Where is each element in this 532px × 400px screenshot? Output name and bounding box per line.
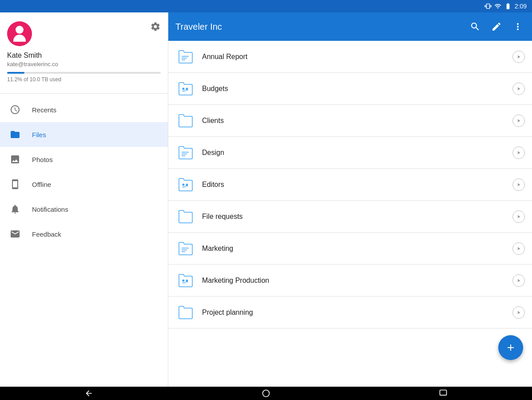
file-item-design[interactable]: Design	[168, 137, 532, 169]
svg-rect-2	[182, 59, 185, 60]
file-item-clients[interactable]: Clients	[168, 105, 532, 137]
chevron-budgets[interactable]	[512, 83, 525, 95]
folder-project-planning-icon	[175, 303, 195, 322]
folder-icon	[9, 128, 21, 141]
battery-icon	[504, 3, 512, 10]
file-name-clients: Clients	[202, 117, 512, 125]
svg-rect-0	[182, 56, 189, 57]
sidebar-recents-label: Recents	[32, 106, 56, 114]
storage-text: 11.2% of 10.0 TB used	[7, 76, 161, 83]
file-name-marketing: Marketing	[202, 245, 512, 253]
svg-point-14	[186, 279, 188, 281]
svg-point-4	[186, 87, 188, 90]
file-name-project-planning: Project planning	[202, 309, 512, 317]
file-name-design: Design	[202, 149, 512, 157]
file-item-marketing-production[interactable]: Marketing Production	[168, 265, 532, 297]
top-bar-actions	[468, 20, 525, 34]
file-item-editors[interactable]: Editors	[168, 169, 532, 201]
sidebar-item-offline[interactable]: Offline	[0, 172, 168, 197]
fab-add[interactable]	[498, 335, 523, 360]
sidebar-header: Kate Smith kate@travelerinc.co 11.2% of …	[0, 12, 168, 90]
sidebar-feedback-label: Feedback	[32, 230, 61, 238]
sidebar-files-label: Files	[32, 131, 46, 139]
top-app-bar: Traveler Inc	[168, 12, 532, 41]
status-time: 2:09	[515, 3, 527, 10]
svg-rect-6	[182, 154, 187, 154]
file-name-annual-report: Annual Report	[202, 53, 512, 61]
app-title: Traveler Inc	[175, 22, 463, 32]
sidebar-item-files[interactable]: Files	[0, 122, 168, 147]
vibrate-icon	[484, 3, 492, 10]
chevron-marketing-production[interactable]	[512, 274, 525, 287]
avatar-head	[16, 26, 24, 34]
sidebar-item-notifications[interactable]: Notifications	[0, 197, 168, 222]
storage-bar-bg	[7, 72, 161, 74]
folder-marketing-icon	[175, 239, 195, 258]
file-item-file-requests[interactable]: File requests	[168, 201, 532, 233]
file-item-project-planning[interactable]: Project planning	[168, 297, 532, 329]
sidebar: Kate Smith kate@travelerinc.co 11.2% of …	[0, 12, 168, 387]
file-item-budgets[interactable]: Budgets	[168, 73, 532, 105]
user-email: kate@travelerinc.co	[7, 61, 161, 67]
bell-icon	[9, 203, 21, 215]
svg-point-13	[183, 279, 185, 281]
avatar	[7, 21, 32, 46]
chevron-design[interactable]	[512, 147, 525, 159]
sidebar-offline-label: Offline	[32, 181, 51, 188]
sidebar-item-feedback[interactable]: Feedback	[0, 222, 168, 246]
image-icon	[9, 153, 21, 166]
content-area: Traveler Inc	[168, 12, 532, 387]
svg-point-8	[183, 183, 185, 186]
file-item-marketing[interactable]: Marketing	[168, 233, 532, 265]
clock-icon	[9, 103, 21, 116]
svg-point-15	[262, 390, 269, 397]
sidebar-photos-label: Photos	[32, 156, 53, 163]
phone-icon	[9, 178, 21, 190]
check-edit-icon[interactable]	[489, 20, 504, 34]
svg-rect-7	[182, 155, 185, 156]
svg-point-9	[186, 183, 188, 186]
main-layout: Kate Smith kate@travelerinc.co 11.2% of …	[0, 12, 532, 387]
sidebar-item-recents[interactable]: Recents	[0, 97, 168, 122]
file-list: Annual Report Budgets	[168, 41, 532, 387]
file-name-file-requests: File requests	[202, 213, 512, 221]
svg-rect-16	[440, 390, 447, 396]
storage-bar-fill	[7, 72, 24, 74]
sidebar-item-photos[interactable]: Photos	[0, 147, 168, 172]
mail-icon	[9, 228, 21, 240]
chevron-file-requests[interactable]	[512, 210, 525, 223]
file-name-marketing-production: Marketing Production	[202, 277, 512, 285]
sidebar-notifications-label: Notifications	[32, 206, 68, 213]
svg-rect-11	[182, 250, 187, 250]
folder-editors-icon	[175, 175, 195, 194]
sidebar-divider	[0, 93, 168, 94]
nav-recents-button[interactable]	[430, 387, 457, 400]
chevron-marketing[interactable]	[512, 242, 525, 255]
chevron-annual-report[interactable]	[512, 51, 525, 63]
folder-file-requests-icon	[175, 207, 195, 226]
settings-icon[interactable]	[150, 21, 161, 35]
chevron-clients[interactable]	[512, 115, 525, 127]
nav-home-button[interactable]	[253, 387, 279, 400]
folder-design-icon	[175, 143, 195, 162]
bottom-nav-bar	[0, 387, 532, 400]
file-item-annual-report[interactable]: Annual Report	[168, 41, 532, 73]
svg-rect-12	[182, 251, 185, 252]
status-bar: 2:09	[0, 0, 532, 12]
folder-marketing-production-icon	[175, 271, 195, 290]
more-vert-icon[interactable]	[511, 20, 525, 34]
status-icons: 2:09	[484, 3, 527, 10]
user-name: Kate Smith	[7, 51, 161, 59]
svg-rect-10	[182, 248, 189, 249]
wifi-icon	[494, 3, 501, 10]
avatar-body	[13, 35, 26, 42]
chevron-editors[interactable]	[512, 178, 525, 191]
file-name-editors: Editors	[202, 181, 512, 189]
avatar-image	[13, 26, 26, 42]
file-name-budgets: Budgets	[202, 85, 512, 93]
svg-rect-1	[182, 58, 187, 59]
search-icon[interactable]	[468, 20, 482, 34]
chevron-project-planning[interactable]	[512, 306, 525, 319]
nav-back-button[interactable]	[75, 387, 102, 400]
svg-point-3	[183, 87, 185, 90]
